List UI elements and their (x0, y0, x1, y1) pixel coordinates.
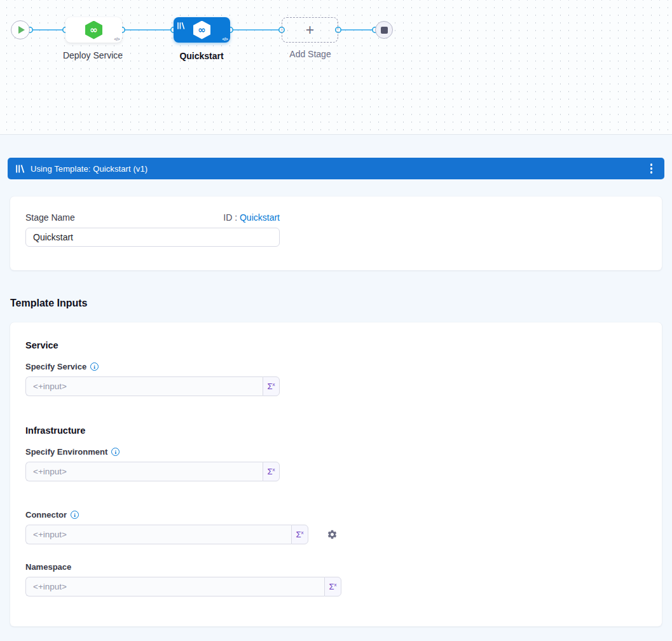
stage-name-input[interactable] (25, 228, 280, 247)
specify-environment-input[interactable] (25, 462, 263, 481)
stage-name-label: Stage Name (25, 212, 75, 223)
node-label-deploy-service: Deploy Service (55, 50, 131, 60)
stage-id-label: ID : (223, 212, 237, 223)
cd-hexagon-icon: ∞ (85, 21, 102, 39)
stage-overview-card: Stage Name ID : Quickstart (10, 196, 662, 270)
banner-text: Using Template: Quickstart (v1) (31, 164, 147, 174)
info-icon[interactable]: i (111, 448, 120, 456)
stage-node-quickstart-selected[interactable]: ∞ </> (174, 17, 230, 43)
expression-sigma-button[interactable]: Σx (324, 577, 341, 596)
template-inputs-heading: Template Inputs (10, 298, 672, 309)
specify-service-input[interactable] (25, 376, 263, 396)
info-icon[interactable]: i (90, 362, 99, 371)
stage-id: ID : Quickstart (223, 212, 280, 223)
expression-sigma-button[interactable]: Σx (263, 462, 280, 481)
namespace-input[interactable] (25, 577, 324, 596)
node-label-quickstart: Quickstart (163, 51, 240, 61)
specify-environment-label: Specify Environment i (25, 447, 647, 457)
service-section-title: Service (25, 340, 647, 350)
infrastructure-section-title: Infrastructure (25, 425, 647, 436)
code-icon: </> (114, 37, 120, 41)
stage-id-link[interactable]: Quickstart (240, 212, 280, 223)
template-library-icon (16, 165, 25, 173)
template-inputs-card: Service Specify Service i Σx Infrastruct… (10, 322, 662, 626)
info-icon[interactable]: i (71, 511, 79, 519)
pipeline-end-node[interactable] (375, 21, 393, 39)
expression-sigma-button[interactable]: Σx (263, 376, 280, 396)
connector-label: Connector i (25, 510, 647, 520)
template-library-icon (177, 20, 185, 32)
specify-service-field: Σx (25, 376, 647, 396)
expression-sigma-button[interactable]: Σx (291, 525, 308, 544)
connector-settings-gear-icon[interactable] (327, 525, 338, 544)
using-template-banner: Using Template: Quickstart (v1) (8, 158, 664, 179)
namespace-field: Σx (25, 577, 647, 596)
stage-node-deploy-service[interactable]: ∞ </> (65, 17, 122, 43)
connector-field: Σx (25, 525, 647, 544)
code-icon: </> (222, 37, 228, 41)
plus-icon: + (306, 23, 314, 38)
infinity-icon: ∞ (198, 25, 206, 35)
specify-environment-field: Σx (25, 462, 647, 481)
stop-icon (381, 27, 388, 34)
pipeline-start-node[interactable] (11, 20, 30, 39)
connector-input[interactable] (25, 525, 291, 544)
infinity-icon: ∞ (90, 25, 98, 35)
add-stage-node[interactable]: + (282, 17, 338, 43)
node-label-add-stage: Add Stage (272, 49, 348, 59)
banner-options-kebab-icon[interactable] (647, 161, 656, 176)
play-icon (18, 26, 25, 34)
pipeline-canvas[interactable]: ∞ </> ∞ </> + Deploy Service Quickstart … (0, 0, 672, 135)
cd-hexagon-icon: ∞ (193, 21, 210, 39)
namespace-label: Namespace (25, 562, 647, 572)
specify-service-label: Specify Service i (25, 362, 647, 371)
